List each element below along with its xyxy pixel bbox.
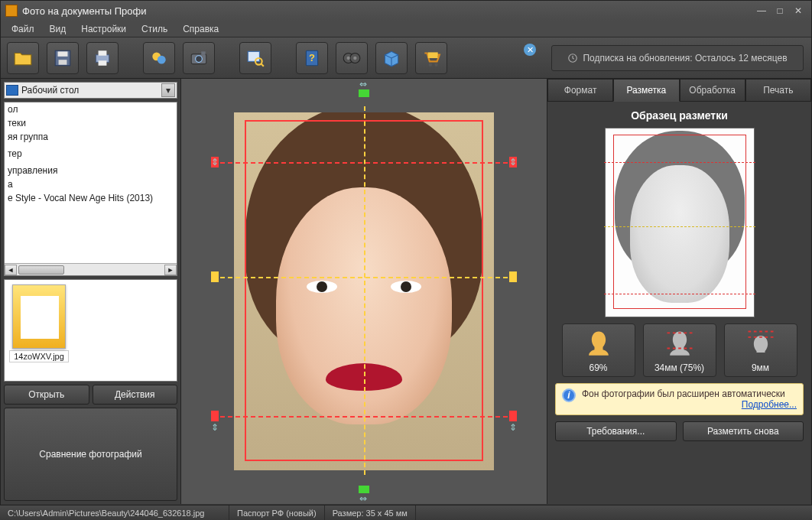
close-tip-icon[interactable]: ✕ [524,44,536,56]
top-head-guide[interactable] [220,162,508,164]
tree-item[interactable]: e Style - Vocal New Age Hits (2013) [5,191,177,205]
desktop-icon [6,85,18,96]
tab-format[interactable]: Формат [547,79,613,102]
subscription-label: Подписка на обновления: Осталось 12 меся… [583,53,787,63]
window-title: Фото на документы Профи [22,5,752,17]
svg-rect-1 [58,51,68,57]
compare-button[interactable]: Сравнение фотографий [4,408,177,501]
resize-handle[interactable]: ⇕ [509,422,517,433]
eye-line-guide[interactable] [220,277,508,278]
chin-guide[interactable] [220,416,508,418]
arrow-icon [211,271,219,282]
resize-handle[interactable]: ⇕ [211,157,219,167]
left-panel: Рабочий стол ▾ ол теки яя группа тер упр… [1,79,181,504]
info-more-link[interactable]: Подробнее... [582,399,797,410]
print-button[interactable] [86,42,119,74]
sample-title: Образец разметки [555,109,804,122]
thumbnail-label: 14zoWXV.jpg [9,350,69,362]
open-button[interactable]: Открыть [4,385,89,405]
tree-hscroll[interactable]: ◄ ► [5,263,177,275]
editor-canvas[interactable]: ⇕ ⇕ ⇕ ⇕ ⇔ ⇔ [181,79,547,504]
tab-processing[interactable]: Обработка [680,79,745,102]
maximize-button[interactable]: □ [771,5,788,17]
head-silhouette-icon [582,327,615,361]
arrow-icon [509,271,517,282]
status-size: Размер: 35 x 45 мм [325,505,416,520]
location-combo[interactable]: Рабочий стол ▾ [4,82,177,99]
menu-view[interactable]: Вид [44,22,73,36]
arrow-icon [509,411,517,421]
metric-label: 9мм [726,362,795,373]
menu-help[interactable]: Справка [177,22,225,36]
svg-rect-11 [248,51,259,61]
actions-button[interactable]: Действия [93,385,178,405]
video-button[interactable] [336,42,368,74]
minimize-button[interactable]: — [753,5,770,17]
tree-item[interactable]: яя группа [5,130,177,144]
statusbar: C:\Users\Admin\Pictures\Beauty\244046_63… [0,505,812,520]
clock-icon [567,53,578,63]
move-up-handle[interactable] [359,486,369,493]
tree-item[interactable]: тер [5,147,177,161]
requirements-button[interactable]: Требования... [555,421,677,441]
svg-point-18 [347,56,350,59]
menu-style[interactable]: Стиль [135,22,174,36]
folder-tree[interactable]: ол теки яя группа тер управления а e Sty… [4,102,177,276]
info-text: Фон фотографии был расширен автоматическ… [582,388,785,399]
save-button[interactable] [47,42,79,74]
svg-point-20 [429,63,432,66]
tree-item[interactable]: ол [5,102,177,116]
help-book-button[interactable]: ? [296,42,328,74]
metric-face-ratio: 69% [562,323,635,377]
resize-handle[interactable]: ⇕ [211,422,219,433]
thumbnail-item[interactable]: 14zoWXV.jpg [9,284,69,362]
arrow-icon [211,411,219,421]
right-panel: Формат Разметка Обработка Печать Образец… [547,79,811,504]
right-tabs: Формат Разметка Обработка Печать [547,79,811,102]
tree-item[interactable]: а [5,177,177,191]
tree-item[interactable]: управления [5,164,177,177]
resize-handle[interactable]: ⇕ [509,157,517,167]
thumbnail-pane[interactable]: 14zoWXV.jpg [4,279,177,382]
resize-handle[interactable]: ⇔ [359,493,367,504]
open-folder-button[interactable] [7,42,39,74]
scroll-left-button[interactable]: ◄ [5,265,17,275]
svg-text:?: ? [309,52,315,63]
subscription-strip: Подписка на обновления: Осталось 12 меся… [551,45,804,71]
tree-item[interactable]: теки [5,116,177,130]
svg-rect-4 [99,50,107,56]
package-button[interactable] [375,42,408,74]
move-down-handle[interactable] [359,89,369,97]
svg-point-19 [353,56,356,59]
status-doc-type: Паспорт РФ (новый) [229,505,325,520]
svg-point-9 [196,55,203,62]
scroll-right-button[interactable]: ► [164,265,177,275]
metric-top-margin: 9мм [724,323,797,377]
remark-button[interactable]: Разметить снова [683,421,804,441]
svg-point-7 [158,55,166,63]
combo-drop-button[interactable]: ▾ [161,83,175,97]
head-height-icon [663,327,697,361]
cart-button[interactable] [415,42,447,74]
titlebar: Фото на документы Профи — □ ✕ [1,1,811,21]
location-text: Рабочий стол [21,85,161,96]
tab-markup[interactable]: Разметка [613,79,679,102]
scroll-thumb[interactable] [18,265,64,275]
svg-rect-10 [201,51,205,54]
import-button[interactable] [143,42,175,74]
resize-handle[interactable]: ⇔ [359,79,367,89]
menu-file[interactable]: Файл [5,22,41,36]
tab-print[interactable]: Печать [745,79,811,102]
crop-rect[interactable] [245,120,483,461]
search-image-button[interactable] [239,42,271,74]
metric-head-height: 34мм (75%) [643,323,716,377]
thumbnail-image [12,284,66,349]
camera-button[interactable] [183,42,215,74]
app-icon [5,5,18,17]
toolbar: ? ✕ Подписка на обновления: Осталось 12 … [1,37,811,79]
menu-settings[interactable]: Настройки [75,22,132,36]
svg-rect-22 [428,52,438,58]
close-button[interactable]: ✕ [790,5,807,17]
sample-preview [605,128,755,317]
metrics-row: 69% 34мм (75%) 9мм [555,323,804,377]
